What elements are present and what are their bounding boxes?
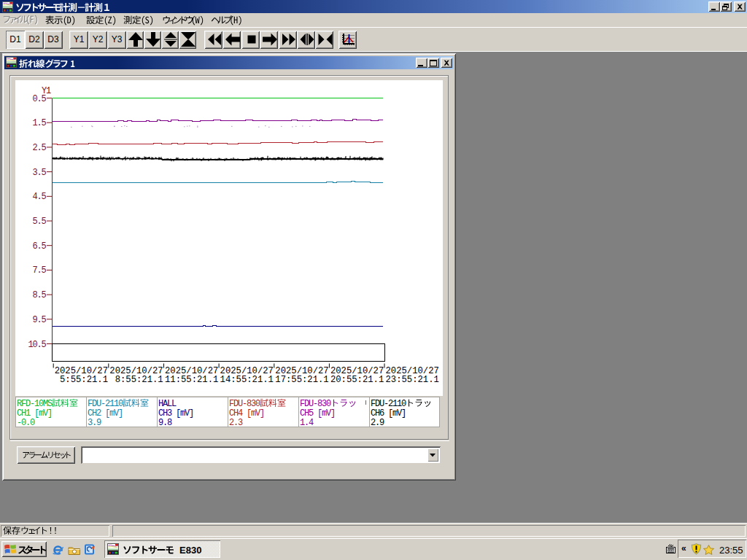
svg-text:9.5: 9.5 xyxy=(32,315,46,325)
svg-text:20:55:21.1: 20:55:21.1 xyxy=(330,375,384,385)
svg-text:14:55:21.1: 14:55:21.1 xyxy=(220,375,274,385)
svg-text:8:55:21.1: 8:55:21.1 xyxy=(115,375,163,385)
svg-text:1.5: 1.5 xyxy=(32,118,46,128)
svg-text:5.5: 5.5 xyxy=(32,217,46,227)
svg-text:10.5: 10.5 xyxy=(28,340,46,350)
svg-text:4.5: 4.5 xyxy=(32,192,46,202)
svg-text:2.5: 2.5 xyxy=(32,143,46,153)
svg-text:Y1: Y1 xyxy=(42,86,51,96)
svg-text:3.5: 3.5 xyxy=(32,168,46,178)
svg-text:23:55:21.1: 23:55:21.1 xyxy=(386,375,439,385)
svg-text:7.5: 7.5 xyxy=(32,265,46,276)
svg-text:8.5: 8.5 xyxy=(32,290,46,300)
svg-text:11:55:21.1: 11:55:21.1 xyxy=(165,375,218,385)
svg-text:6.5: 6.5 xyxy=(32,241,46,252)
svg-text:5:55:21.1: 5:55:21.1 xyxy=(60,375,108,385)
svg-text:17:55:21.1: 17:55:21.1 xyxy=(275,375,328,385)
